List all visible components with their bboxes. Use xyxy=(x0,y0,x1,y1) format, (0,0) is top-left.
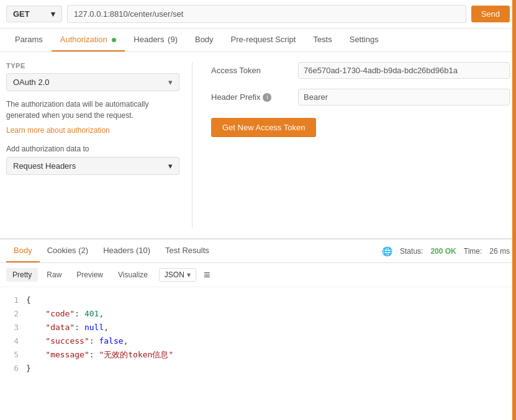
add-to-select[interactable]: Request Headers ▾ xyxy=(6,157,179,175)
add-to-value: Request Headers xyxy=(13,161,76,171)
auth-left: TYPE OAuth 2.0 ▾ The authorization data … xyxy=(6,62,192,228)
auth-right: Access Token Header Prefix i Get New Acc… xyxy=(192,62,510,228)
line-num-1: 1 xyxy=(6,293,19,307)
url-input[interactable] xyxy=(67,5,466,23)
request-tabs: Params Authorization Headers (9) Body Pr… xyxy=(0,29,516,52)
code-content-4: "success": false, xyxy=(26,334,128,348)
wrap-icon[interactable]: ≡ xyxy=(204,269,210,282)
raw-button[interactable]: Raw xyxy=(40,268,68,282)
response-tab-headers[interactable]: Headers (10) xyxy=(96,239,158,262)
access-token-row: Access Token xyxy=(211,62,510,79)
tab-settings[interactable]: Settings xyxy=(341,29,387,51)
top-bar: GET ▾ Send xyxy=(0,0,516,29)
type-select-value: OAuth 2.0 xyxy=(13,78,50,87)
status-value: 200 OK xyxy=(430,247,456,256)
header-prefix-info-icon[interactable]: i xyxy=(263,93,271,102)
right-accent-bar xyxy=(512,0,516,420)
line-num-6: 6 xyxy=(6,362,19,375)
code-content-3: "data": null, xyxy=(26,321,109,334)
auth-section: TYPE OAuth 2.0 ▾ The authorization data … xyxy=(0,52,516,238)
type-label: TYPE xyxy=(6,62,179,69)
response-tabs-bar: Body Cookies (2) Headers (10) Test Resul… xyxy=(0,239,516,263)
header-prefix-row: Header Prefix i xyxy=(211,89,510,105)
code-line-4: 4 "success": false, xyxy=(6,334,510,348)
format-bar: Pretty Raw Preview Visualize JSON ▾ ≡ xyxy=(0,263,516,287)
type-select[interactable]: OAuth 2.0 ▾ xyxy=(6,73,179,91)
method-arrow: ▾ xyxy=(51,9,55,19)
auth-description: The authorization data will be automatic… xyxy=(6,99,179,121)
time-value: 26 ms xyxy=(489,247,510,256)
preview-button[interactable]: Preview xyxy=(70,268,109,282)
code-line-6: 6 } xyxy=(6,362,510,375)
status-label: Status: xyxy=(400,247,423,256)
code-content-2: "code": 401, xyxy=(26,307,104,321)
response-tab-body[interactable]: Body xyxy=(6,239,40,262)
line-num-3: 3 xyxy=(6,321,19,334)
send-button[interactable]: Send xyxy=(471,6,510,22)
line-num-5: 5 xyxy=(6,348,19,362)
code-content-1: { xyxy=(26,293,31,307)
format-json-select[interactable]: JSON ▾ xyxy=(159,268,196,282)
add-to-arrow: ▾ xyxy=(168,161,173,171)
tab-authorization[interactable]: Authorization xyxy=(52,29,125,51)
type-select-arrow: ▾ xyxy=(168,78,173,87)
tab-params[interactable]: Params xyxy=(6,29,52,51)
json-select-arrow: ▾ xyxy=(187,270,191,279)
access-token-label: Access Token xyxy=(211,66,298,75)
response-status-bar: 🌐 Status: 200 OK Time: 26 ms xyxy=(382,246,510,256)
visualize-button[interactable]: Visualize xyxy=(112,268,154,282)
code-line-1: 1 { xyxy=(6,293,510,307)
response-tab-cookies[interactable]: Cookies (2) xyxy=(40,239,96,262)
tab-headers[interactable]: Headers (9) xyxy=(125,29,186,51)
code-line-3: 3 "data": null, xyxy=(6,321,510,334)
method-label: GET xyxy=(13,9,30,19)
time-label: Time: xyxy=(464,247,482,256)
access-token-input[interactable] xyxy=(298,62,510,79)
auth-dot xyxy=(112,38,116,42)
code-line-5: 5 "message": "无效的token信息" xyxy=(6,348,510,362)
code-content-5: "message": "无效的token信息" xyxy=(26,348,173,362)
response-tabs-left: Body Cookies (2) Headers (10) Test Resul… xyxy=(6,239,217,262)
response-tab-testresults[interactable]: Test Results xyxy=(158,239,217,262)
code-area: 1 { 2 "code": 401, 3 "data": null, 4 "s xyxy=(0,287,516,382)
app-container: GET ▾ Send Params Authorization Headers … xyxy=(0,0,516,420)
learn-link[interactable]: Learn more about authorization xyxy=(6,126,179,135)
tab-body[interactable]: Body xyxy=(186,29,222,51)
json-select-label: JSON xyxy=(165,270,184,279)
globe-icon: 🌐 xyxy=(382,246,392,256)
method-select[interactable]: GET ▾ xyxy=(6,6,62,22)
get-token-button[interactable]: Get New Access Token xyxy=(211,118,316,137)
tab-tests[interactable]: Tests xyxy=(304,29,340,51)
bottom-section: Body Cookies (2) Headers (10) Test Resul… xyxy=(0,238,516,420)
line-num-2: 2 xyxy=(6,307,19,321)
header-prefix-label: Header Prefix i xyxy=(211,92,298,102)
code-content-6: } xyxy=(26,362,31,375)
line-num-4: 4 xyxy=(6,334,19,348)
header-prefix-input[interactable] xyxy=(298,89,510,105)
pretty-button[interactable]: Pretty xyxy=(6,268,38,282)
tab-prerequest[interactable]: Pre-request Script xyxy=(222,29,305,51)
code-line-2: 2 "code": 401, xyxy=(6,307,510,321)
add-to-label: Add authorization data to xyxy=(6,145,179,153)
